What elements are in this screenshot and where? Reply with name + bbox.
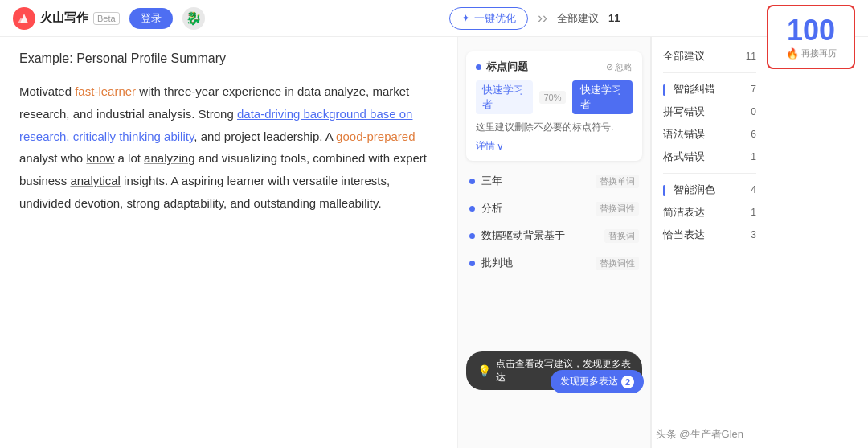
discover-count: 2	[621, 376, 634, 388]
login-button[interactable]: 登录	[129, 8, 173, 29]
row-tag-1: 替换词性	[596, 202, 639, 216]
optimize-label: 一键优化	[474, 11, 516, 26]
row-tag-2: 替换词	[604, 229, 639, 243]
avatar-button[interactable]: 🐉	[182, 7, 205, 30]
ignore-icon: ⊘	[606, 62, 613, 72]
section1-count: 0	[751, 106, 756, 117]
chevron-down-icon: ∨	[497, 141, 504, 152]
text-motivated: Motivated	[19, 84, 75, 98]
right-divider-1	[663, 72, 756, 73]
all-suggestions-label: 全部建议	[663, 49, 705, 64]
suggestions-count: 11	[608, 12, 620, 24]
text-good-prepared: good-prepared	[336, 129, 415, 143]
suggestions-label: 全部建议	[557, 11, 599, 26]
fire-icon: 🔥	[786, 47, 799, 60]
section4-count: 4	[751, 184, 756, 195]
score-label: 再接再厉	[801, 47, 837, 60]
text-know: know	[86, 151, 114, 165]
text-fast-learner: fast-learner	[75, 84, 136, 98]
row-dot-0	[469, 179, 475, 184]
suggestion-row-1[interactable]: 分析 替换词性	[458, 195, 650, 222]
sparkle-icon: ✦	[461, 12, 470, 24]
all-suggestions-count: 11	[746, 51, 756, 62]
right-label-4: 智能润色	[663, 183, 715, 197]
card-header: 标点问题 ⊘ 忽略	[476, 60, 633, 74]
text-analytical: analytical	[70, 174, 121, 187]
suggestion-row-3[interactable]: 批判地 替换词性	[458, 249, 650, 277]
row-tag-0: 替换单词	[596, 175, 639, 188]
card-hint: 这里建议删除不必要的标点符号.	[476, 121, 633, 134]
section4-label: 智能润色	[674, 183, 715, 195]
right-label-3: 格式错误	[663, 150, 705, 164]
right-item-section6[interactable]: 恰当表达 3	[652, 224, 768, 246]
right-item-section0[interactable]: 智能纠错 7	[652, 78, 768, 101]
text-analyzing: analyzing	[144, 151, 194, 165]
card-detail-button[interactable]: 详情 ∨	[476, 139, 633, 153]
word-suggested[interactable]: 快速学习者	[572, 80, 633, 114]
section0-count: 7	[751, 84, 756, 95]
card-dot	[476, 64, 481, 70]
doc-body: Motivated fast-learner with three-year e…	[19, 80, 438, 215]
discover-button[interactable]: 发现更多表达 2	[551, 370, 644, 393]
editor-area: Example: Personal Profile Summary Motiva…	[0, 37, 458, 448]
right-panel: 全部建议 11 智能纠错 7 拼写错误 0 语法错误 6 格式错误 1	[651, 37, 768, 448]
detail-label: 详情	[476, 139, 495, 153]
text-and-project: , and project leadership. A	[194, 129, 336, 143]
logo-icon	[13, 7, 35, 30]
row-dot-3	[469, 261, 475, 266]
card-type-label: 标点问题	[486, 60, 528, 74]
word-options: 快速学习者 70% 快速学习者	[476, 80, 633, 114]
middle-panel: 标点问题 ⊘ 忽略 快速学习者 70% 快速学习者 这里建议删除不必要的标点符号…	[458, 37, 651, 448]
card-title: 标点问题	[476, 60, 528, 74]
logo-text: 火山写作	[40, 10, 88, 26]
section2-count: 6	[751, 129, 756, 140]
section0-label: 智能纠错	[674, 83, 715, 95]
right-label-5: 简洁表达	[663, 205, 705, 220]
section5-count: 1	[751, 207, 756, 218]
row-text-1: 分析	[481, 201, 589, 216]
navbar-center: ✦ 一键优化 ›› 全部建议 11	[215, 7, 855, 30]
main-layout: Example: Personal Profile Summary Motiva…	[0, 37, 868, 448]
logo-area: 火山写作 Beta	[13, 7, 120, 30]
right-item-section1[interactable]: 拼写错误 0	[652, 101, 768, 123]
section6-count: 3	[751, 229, 756, 240]
more-button[interactable]: ››	[534, 10, 551, 27]
row-text-3: 批判地	[481, 256, 589, 270]
all-suggestions-item[interactable]: 全部建议 11	[652, 45, 768, 68]
right-item-section4[interactable]: 智能润色 4	[652, 179, 768, 201]
right-item-section3[interactable]: 格式错误 1	[652, 146, 768, 168]
suggestion-row-0[interactable]: 三年 替换单词	[458, 167, 650, 195]
right-label-1: 拼写错误	[663, 105, 705, 119]
right-label-2: 语法错误	[663, 127, 705, 142]
right-label-0: 智能纠错	[663, 82, 715, 97]
text-analyst: analyst who	[19, 151, 86, 165]
navbar: 火山写作 Beta 登录 🐉 ✦ 一键优化 ›› 全部建议 11 100 🔥 再…	[0, 0, 868, 37]
section3-count: 1	[751, 151, 756, 162]
text-alot: a lot	[114, 151, 144, 165]
accent-bar-4	[663, 185, 665, 196]
score-box: 100 🔥 再接再厉	[767, 5, 855, 69]
row-tag-3: 替换词性	[596, 257, 639, 270]
ignore-label: 忽略	[615, 61, 633, 73]
row-dot-2	[469, 233, 475, 239]
beta-badge: Beta	[93, 12, 120, 25]
right-divider-2	[663, 173, 756, 174]
row-text-0: 三年	[481, 174, 589, 188]
doc-title: Example: Personal Profile Summary	[19, 51, 438, 66]
lightbulb-icon: 💡	[477, 364, 491, 377]
right-label-6: 恰当表达	[663, 228, 705, 242]
accent-bar-0	[663, 84, 665, 96]
row-dot-1	[469, 206, 475, 212]
suggestion-row-2[interactable]: 数据驱动背景基于 替换词	[458, 222, 650, 249]
score-subtitle: 🔥 再接再厉	[786, 47, 837, 60]
score-number: 100	[787, 14, 835, 47]
text-with: with	[136, 84, 164, 98]
text-three-year: three-year	[164, 84, 219, 98]
word-score: 70%	[539, 91, 565, 104]
row-text-2: 数据驱动背景基于	[481, 228, 598, 243]
right-item-section5[interactable]: 简洁表达 1	[652, 201, 768, 224]
discover-label: 发现更多表达	[560, 375, 618, 388]
ignore-button[interactable]: ⊘ 忽略	[606, 61, 633, 73]
right-item-section2[interactable]: 语法错误 6	[652, 123, 768, 146]
optimize-button[interactable]: ✦ 一键优化	[449, 7, 528, 30]
